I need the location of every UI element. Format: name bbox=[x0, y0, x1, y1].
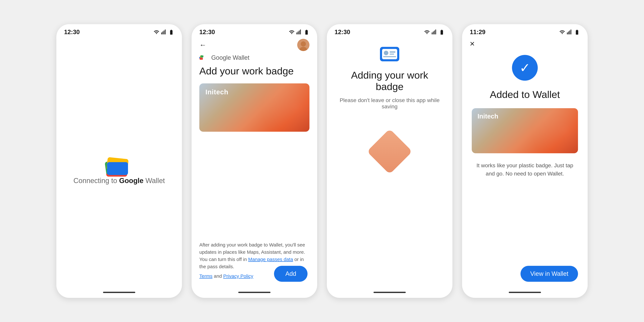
status-icons-2 bbox=[289, 29, 310, 35]
svg-rect-6 bbox=[299, 30, 300, 34]
svg-rect-26 bbox=[570, 30, 570, 34]
connecting-brand: Google bbox=[119, 176, 144, 184]
svg-rect-7 bbox=[300, 30, 301, 34]
card-pattern-4 bbox=[514, 108, 578, 153]
card-pattern bbox=[244, 84, 310, 132]
initech-card-small: Initech bbox=[472, 108, 578, 153]
wallet-brand-name: Google Wallet bbox=[211, 54, 250, 61]
back-button[interactable]: ← bbox=[199, 41, 206, 49]
manage-passes-link[interactable]: Manage passes data bbox=[248, 257, 293, 262]
status-time-4: 11:29 bbox=[470, 29, 486, 36]
status-icons-1 bbox=[154, 29, 174, 35]
home-indicator-1 bbox=[103, 292, 135, 293]
connecting-content: Connecting to Google Wallet bbox=[56, 40, 182, 292]
close-button[interactable]: × bbox=[470, 39, 475, 48]
svg-rect-0 bbox=[161, 32, 162, 34]
phone2-body: Google Wallet Add your work badge Initec… bbox=[192, 54, 317, 292]
add-button[interactable]: Add bbox=[274, 266, 308, 282]
avatar-image bbox=[297, 39, 310, 51]
phone-1: 12:30 Connecting to Google Wallet bbox=[56, 24, 182, 298]
svg-rect-14 bbox=[200, 58, 203, 60]
added-description: It works like your plastic badge. Just t… bbox=[472, 161, 578, 178]
home-indicator-2 bbox=[238, 292, 270, 293]
svg-rect-16 bbox=[433, 32, 434, 34]
wallet-brand: Google Wallet bbox=[199, 54, 310, 61]
id-badge-icon bbox=[382, 48, 398, 60]
svg-point-20 bbox=[384, 51, 388, 55]
connecting-text: Connecting to Google Wallet bbox=[74, 176, 165, 185]
phone-2: 12:30 ← Google Wallet bbox=[192, 24, 317, 298]
status-bar-2: 12:30 bbox=[192, 24, 317, 37]
home-indicator-3 bbox=[374, 292, 406, 293]
added-title: Added to Wallet bbox=[490, 89, 560, 100]
privacy-link[interactable]: Privacy Policy bbox=[223, 274, 253, 279]
svg-rect-2 bbox=[164, 30, 164, 34]
wifi-icon-2 bbox=[289, 29, 295, 35]
status-icons-3 bbox=[424, 29, 445, 35]
check-icon: ✓ bbox=[520, 60, 530, 75]
wifi-icon bbox=[154, 29, 160, 35]
status-bar-1: 12:30 bbox=[56, 24, 182, 37]
svg-rect-17 bbox=[434, 30, 435, 34]
status-time-2: 12:30 bbox=[199, 29, 215, 36]
success-circle: ✓ bbox=[512, 55, 538, 81]
connecting-prefix: Connecting to bbox=[74, 176, 119, 184]
phone4-content: ✓ Added to Wallet Initech It works like … bbox=[462, 52, 588, 292]
initech-card-label: Initech bbox=[206, 88, 228, 96]
phone1-content: Connecting to Google Wallet bbox=[56, 37, 182, 292]
battery-icon-3 bbox=[439, 29, 445, 35]
battery-icon bbox=[168, 29, 174, 35]
signal-icon-4 bbox=[567, 29, 572, 35]
terms-and: and bbox=[212, 274, 223, 279]
signal-icon-2 bbox=[296, 29, 302, 35]
badge-icon-container bbox=[380, 47, 399, 61]
loading-diamond bbox=[367, 129, 412, 174]
svg-rect-15 bbox=[432, 32, 432, 34]
card-blue bbox=[107, 162, 128, 175]
svg-rect-21 bbox=[390, 51, 396, 53]
status-bar-4: 11:29 bbox=[462, 24, 588, 37]
svg-rect-24 bbox=[567, 32, 568, 34]
status-icons-4 bbox=[559, 29, 580, 35]
phone4-header: × bbox=[462, 37, 588, 52]
svg-rect-27 bbox=[570, 30, 572, 34]
svg-rect-22 bbox=[390, 54, 394, 54]
svg-rect-5 bbox=[298, 32, 298, 34]
initech-card: Initech bbox=[199, 84, 310, 132]
phone3-content: Adding your work badge Please don't leav… bbox=[327, 37, 452, 292]
status-bar-3: 12:30 bbox=[327, 24, 452, 37]
wifi-icon-3 bbox=[424, 29, 430, 35]
svg-rect-4 bbox=[296, 32, 297, 34]
svg-point-9 bbox=[301, 42, 306, 46]
avatar bbox=[297, 39, 310, 51]
svg-rect-23 bbox=[383, 56, 396, 57]
initech-card-small-label: Initech bbox=[478, 113, 498, 120]
phone3-title: Adding your work badge bbox=[336, 70, 443, 92]
phone3-subtitle: Please don't leave or close this app whi… bbox=[336, 97, 443, 110]
google-wallet-logo bbox=[199, 54, 208, 61]
phone2-header: ← bbox=[192, 37, 317, 54]
svg-rect-13 bbox=[200, 55, 204, 58]
connecting-suffix: Wallet bbox=[144, 176, 165, 184]
svg-rect-1 bbox=[162, 32, 163, 34]
status-time-3: 12:30 bbox=[334, 29, 350, 36]
status-time-1: 12:30 bbox=[64, 29, 80, 36]
phone-4: 11:29 × ✓ Added to Wallet Initech It wor… bbox=[462, 24, 588, 298]
home-indicator-4 bbox=[509, 292, 541, 293]
svg-rect-25 bbox=[568, 32, 569, 34]
svg-rect-18 bbox=[435, 30, 436, 34]
signal-icon-3 bbox=[432, 29, 437, 35]
phone2-title: Add your work badge bbox=[199, 65, 310, 77]
phone-3: 12:30 Adding your work badge Please don'… bbox=[327, 24, 452, 298]
battery-icon-4 bbox=[574, 29, 580, 35]
battery-icon-2 bbox=[304, 29, 310, 35]
svg-rect-3 bbox=[165, 30, 166, 34]
wallet-app-icon bbox=[105, 148, 134, 176]
view-in-wallet-button[interactable]: View in Wallet bbox=[520, 266, 578, 282]
wifi-icon-4 bbox=[559, 29, 565, 35]
signal-icon bbox=[161, 29, 167, 35]
terms-link[interactable]: Terms bbox=[199, 274, 212, 279]
